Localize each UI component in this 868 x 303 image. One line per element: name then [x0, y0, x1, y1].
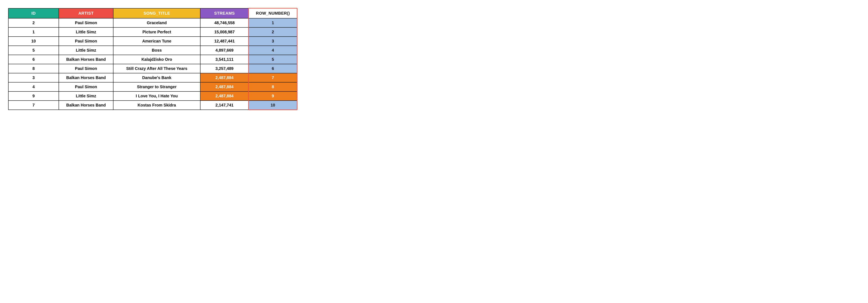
- cell-streams: 15,008,987: [200, 27, 249, 37]
- cell-title: American Tune: [113, 37, 200, 46]
- cell-rownum: 9: [249, 92, 297, 101]
- table-row: 4Paul SimonStranger to Stranger2,487,884…: [8, 82, 297, 92]
- cell-streams: 3,257,489: [200, 64, 249, 73]
- cell-rownum: 2: [249, 27, 297, 37]
- cell-id: 9: [8, 92, 59, 101]
- cell-id: 2: [8, 18, 59, 27]
- cell-id: 10: [8, 37, 59, 46]
- cell-id: 5: [8, 46, 59, 55]
- table-container: ID ARTIST SONG_TITLE STREAMS ROW_NUMBER(…: [8, 8, 297, 110]
- cell-artist: Balkan Horses Band: [59, 101, 113, 110]
- cell-streams: 48,746,558: [200, 18, 249, 27]
- cell-artist: Paul Simon: [59, 18, 113, 27]
- table-row: 7Balkan Horses BandKostas From Skidra2,1…: [8, 101, 297, 110]
- cell-artist: Little Simz: [59, 46, 113, 55]
- cell-id: 4: [8, 82, 59, 92]
- cell-artist: Paul Simon: [59, 64, 113, 73]
- cell-title: Boss: [113, 46, 200, 55]
- table-row: 6Balkan Horses BandKalajdžisko Oro3,541,…: [8, 55, 297, 64]
- header-artist: ARTIST: [59, 8, 113, 18]
- cell-title: Kalajdžisko Oro: [113, 55, 200, 64]
- cell-streams: 2,487,884: [200, 92, 249, 101]
- header-id: ID: [8, 8, 59, 18]
- data-table: ID ARTIST SONG_TITLE STREAMS ROW_NUMBER(…: [8, 8, 297, 110]
- table-row: 9Little SimzI Love You, I Hate You2,487,…: [8, 92, 297, 101]
- header-row: ID ARTIST SONG_TITLE STREAMS ROW_NUMBER(…: [8, 8, 297, 18]
- cell-title: Graceland: [113, 18, 200, 27]
- cell-rownum: 4: [249, 46, 297, 55]
- cell-streams: 2,487,884: [200, 73, 249, 82]
- header-rownum: ROW_NUMBER(): [249, 8, 297, 18]
- cell-rownum: 7: [249, 73, 297, 82]
- cell-artist: Paul Simon: [59, 37, 113, 46]
- table-row: 3Balkan Horses BandDanube's Bank2,487,88…: [8, 73, 297, 82]
- cell-title: Still Crazy After All These Years: [113, 64, 200, 73]
- cell-title: Kostas From Skidra: [113, 101, 200, 110]
- cell-artist: Paul Simon: [59, 82, 113, 92]
- cell-rownum: 3: [249, 37, 297, 46]
- cell-id: 1: [8, 27, 59, 37]
- cell-title: I Love You, I Hate You: [113, 92, 200, 101]
- table-row: 1Little SimzPicture Perfect15,008,9872: [8, 27, 297, 37]
- cell-title: Danube's Bank: [113, 73, 200, 82]
- cell-id: 3: [8, 73, 59, 82]
- cell-rownum: 1: [249, 18, 297, 27]
- cell-id: 7: [8, 101, 59, 110]
- cell-title: Stranger to Stranger: [113, 82, 200, 92]
- cell-streams: 2,487,884: [200, 82, 249, 92]
- header-streams: STREAMS: [200, 8, 249, 18]
- cell-streams: 4,897,669: [200, 46, 249, 55]
- table-body: 2Paul SimonGraceland48,746,55811Little S…: [8, 18, 297, 110]
- cell-rownum: 8: [249, 82, 297, 92]
- cell-rownum: 5: [249, 55, 297, 64]
- table-row: 8Paul SimonStill Crazy After All These Y…: [8, 64, 297, 73]
- table-row: 10Paul SimonAmerican Tune12,487,4413: [8, 37, 297, 46]
- cell-streams: 12,487,441: [200, 37, 249, 46]
- cell-streams: 2,147,741: [200, 101, 249, 110]
- cell-artist: Balkan Horses Band: [59, 55, 113, 64]
- header-title: SONG_TITLE: [113, 8, 200, 18]
- cell-title: Picture Perfect: [113, 27, 200, 37]
- cell-artist: Little Simz: [59, 92, 113, 101]
- cell-rownum: 10: [249, 101, 297, 110]
- cell-id: 6: [8, 55, 59, 64]
- table-row: 2Paul SimonGraceland48,746,5581: [8, 18, 297, 27]
- cell-streams: 3,541,111: [200, 55, 249, 64]
- cell-artist: Little Simz: [59, 27, 113, 37]
- cell-rownum: 6: [249, 64, 297, 73]
- table-row: 5Little SimzBoss4,897,6694: [8, 46, 297, 55]
- cell-artist: Balkan Horses Band: [59, 73, 113, 82]
- cell-id: 8: [8, 64, 59, 73]
